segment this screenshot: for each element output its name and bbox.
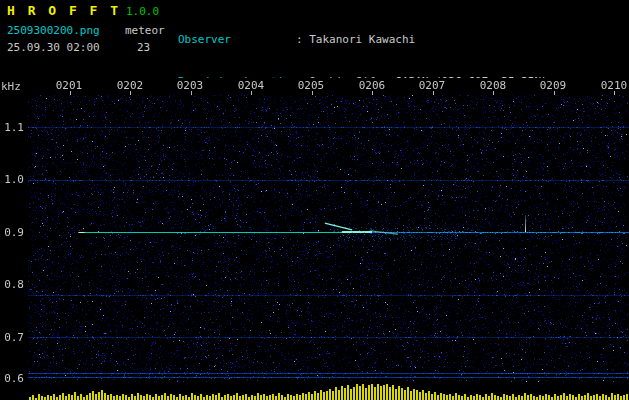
echo-count: 23 bbox=[137, 41, 150, 54]
x-tick-label: 0201 bbox=[54, 79, 84, 92]
x-tick-label: 0207 bbox=[417, 79, 447, 92]
x-tick-label: 0208 bbox=[478, 79, 508, 92]
y-tick-label: 0.6 bbox=[0, 372, 24, 385]
x-tick-label: 0203 bbox=[175, 79, 205, 92]
info-row-observer: Observer: Takanori Kawachi bbox=[178, 33, 548, 47]
x-tick-label: 0210 bbox=[599, 79, 629, 92]
y-axis-unit: kHz bbox=[1, 80, 21, 93]
y-tick-label: 0.9 bbox=[0, 226, 24, 239]
x-tick-label: 0206 bbox=[357, 79, 387, 92]
app-version: 1.0.0 bbox=[126, 5, 159, 18]
app-title: H R O F F T bbox=[7, 3, 121, 18]
x-tick-label: 0202 bbox=[115, 79, 145, 92]
y-tick-label: 0.8 bbox=[0, 278, 24, 291]
mode-label: meteor bbox=[125, 24, 165, 37]
hrofft-screen: H R O F F T 1.0.0 2509300200.png meteor … bbox=[0, 0, 629, 400]
output-filename: 2509300200.png bbox=[7, 24, 100, 37]
spectrogram-plot: kHz 0201 0202 0203 0204 0205 0206 0207 0… bbox=[0, 78, 629, 400]
x-tick-label: 0209 bbox=[538, 79, 568, 92]
y-tick-label: 0.7 bbox=[0, 331, 24, 344]
y-tick-label: 1.1 bbox=[0, 121, 24, 134]
datetime-label: 25.09.30 02:00 bbox=[7, 41, 100, 54]
y-tick-label: 1.0 bbox=[0, 173, 24, 186]
info-value: : Takanori Kawachi bbox=[296, 33, 415, 46]
x-tick-label: 0205 bbox=[296, 79, 326, 92]
spectrogram-canvas bbox=[0, 78, 629, 400]
x-tick-label: 0204 bbox=[236, 79, 266, 92]
info-label: Observer bbox=[178, 33, 296, 47]
